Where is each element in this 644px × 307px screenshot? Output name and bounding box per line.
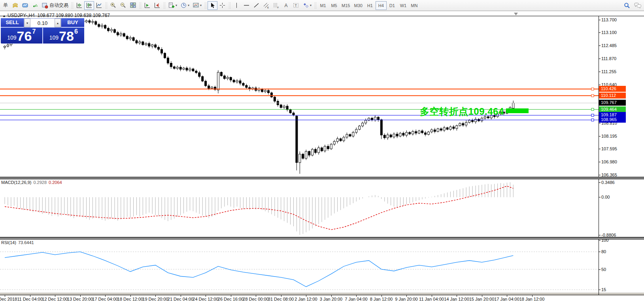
candle[interactable] xyxy=(211,87,213,88)
candle[interactable] xyxy=(155,45,157,47)
candle[interactable] xyxy=(481,118,483,121)
candle[interactable] xyxy=(205,81,207,86)
candle[interactable] xyxy=(217,72,219,90)
sell-button[interactable]: SELL xyxy=(1,18,24,28)
collapse-panel-icon[interactable]: ▲ xyxy=(2,14,6,18)
candle[interactable] xyxy=(402,133,404,135)
candle[interactable] xyxy=(98,25,100,27)
candle[interactable] xyxy=(355,129,357,132)
candle[interactable] xyxy=(312,149,314,155)
candle[interactable] xyxy=(383,135,385,138)
candle[interactable] xyxy=(101,25,103,27)
candle[interactable] xyxy=(424,133,426,135)
rsi-chart[interactable] xyxy=(0,239,599,295)
candle[interactable] xyxy=(120,34,122,35)
candle[interactable] xyxy=(195,71,197,72)
candle[interactable] xyxy=(123,34,125,36)
candle[interactable] xyxy=(349,135,351,136)
line-handle[interactable] xyxy=(591,88,594,90)
candle[interactable] xyxy=(179,67,181,69)
candle[interactable] xyxy=(267,91,269,93)
candle[interactable] xyxy=(393,134,395,137)
text-label-button[interactable]: T xyxy=(291,1,301,10)
trendline-button[interactable] xyxy=(251,1,261,10)
candle[interactable] xyxy=(299,154,301,163)
candle[interactable] xyxy=(308,152,310,155)
candle[interactable] xyxy=(302,154,304,159)
candle[interactable] xyxy=(387,135,389,138)
candle[interactable] xyxy=(198,73,200,77)
candle[interactable] xyxy=(336,139,338,142)
tile-windows-button[interactable] xyxy=(128,1,138,10)
tab-timeframe-mn[interactable]: MN xyxy=(409,1,420,10)
candle[interactable] xyxy=(412,131,414,134)
volume-increase-button[interactable]: ▲ xyxy=(55,19,61,27)
candlestick-chart-button[interactable] xyxy=(84,1,94,10)
chart-shift-button[interactable] xyxy=(152,1,162,10)
quotes-icon-button[interactable] xyxy=(10,1,20,10)
candle[interactable] xyxy=(374,117,376,120)
line-chart-button[interactable] xyxy=(94,1,104,10)
line-handle[interactable] xyxy=(591,108,594,111)
bar-chart-button[interactable] xyxy=(74,1,84,10)
candle[interactable] xyxy=(189,69,191,70)
candle[interactable] xyxy=(406,132,408,135)
candle[interactable] xyxy=(236,81,238,82)
candle[interactable] xyxy=(409,132,411,134)
candle[interactable] xyxy=(293,113,295,115)
candle[interactable] xyxy=(453,127,455,129)
candle[interactable] xyxy=(92,21,94,22)
candle[interactable] xyxy=(390,135,392,137)
line-handle[interactable] xyxy=(591,114,594,116)
candle[interactable] xyxy=(192,69,194,71)
candle[interactable] xyxy=(261,89,263,91)
candle[interactable] xyxy=(305,152,307,159)
candle[interactable] xyxy=(239,81,241,83)
chart-shift-marker[interactable] xyxy=(514,13,518,15)
new-order-button[interactable]: 单 xyxy=(1,1,10,10)
candle[interactable] xyxy=(167,58,169,63)
search-button[interactable] xyxy=(622,1,632,10)
candle[interactable] xyxy=(365,120,367,123)
pivot-annotation-box[interactable] xyxy=(506,108,529,113)
candle[interactable] xyxy=(456,125,458,128)
candle[interactable] xyxy=(346,135,348,137)
candle[interactable] xyxy=(151,45,153,46)
candle[interactable] xyxy=(340,139,342,141)
candle[interactable] xyxy=(315,149,317,153)
candle[interactable] xyxy=(465,122,467,125)
candle[interactable] xyxy=(283,106,285,108)
candle[interactable] xyxy=(427,132,429,134)
periods-button[interactable]: ▾ xyxy=(179,1,191,10)
candle[interactable] xyxy=(324,146,326,151)
candle[interactable] xyxy=(202,76,204,81)
macd-chart[interactable] xyxy=(0,179,599,237)
zoom-in-button[interactable] xyxy=(108,1,118,10)
candle[interactable] xyxy=(246,85,247,87)
candle[interactable] xyxy=(475,119,477,121)
candle[interactable] xyxy=(399,133,401,136)
candle[interactable] xyxy=(396,134,398,136)
candle[interactable] xyxy=(512,103,514,108)
candle[interactable] xyxy=(183,68,185,69)
tab-timeframe-m15[interactable]: M15 xyxy=(340,1,352,10)
signals-icon-button[interactable] xyxy=(30,1,40,10)
auto-scroll-button[interactable] xyxy=(142,1,152,10)
indicators-button[interactable]: ▾ xyxy=(166,1,179,10)
candle[interactable] xyxy=(437,129,439,131)
pivot-annotation-text[interactable]: 多空转折点109.464 xyxy=(420,105,504,118)
buy-button[interactable]: BUY xyxy=(61,18,84,28)
buy-price[interactable]: 109786 xyxy=(43,28,85,44)
candle[interactable] xyxy=(333,141,335,144)
candle[interactable] xyxy=(7,45,9,46)
candle[interactable] xyxy=(173,67,175,68)
candle[interactable] xyxy=(327,146,329,149)
candle[interactable] xyxy=(421,131,423,133)
candle[interactable] xyxy=(95,21,97,24)
arrows-button[interactable]: ▾ xyxy=(301,1,313,10)
candle[interactable] xyxy=(270,93,272,97)
candle[interactable] xyxy=(227,77,229,78)
candle[interactable] xyxy=(274,97,276,101)
candle[interactable] xyxy=(440,129,442,130)
candle[interactable] xyxy=(318,148,320,153)
